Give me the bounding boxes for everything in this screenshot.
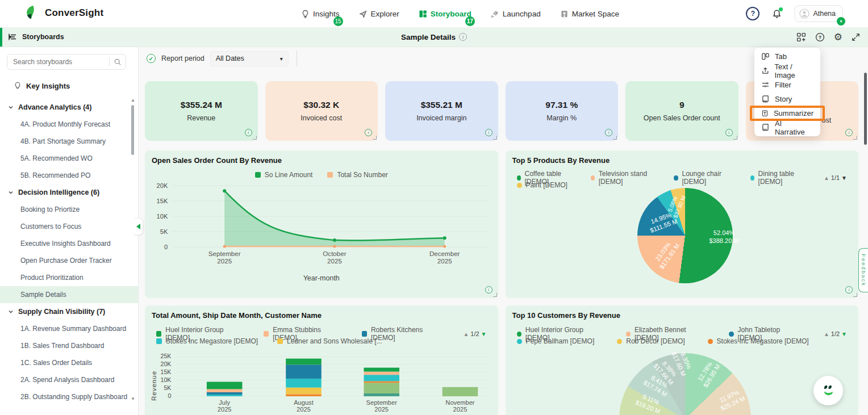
- athena-chat-bubble[interactable]: [813, 376, 843, 405]
- sidebar-item[interactable]: Executive Insights Dashboard: [0, 235, 138, 252]
- header-help-icon[interactable]: ?: [815, 32, 825, 42]
- sidebar-item[interactable]: 1C. Sales Order Details: [0, 354, 138, 371]
- kpi-label: Invoiced margin: [416, 114, 466, 122]
- report-period-select[interactable]: All Dates ▾: [210, 51, 289, 66]
- title-info-icon[interactable]: i: [459, 33, 467, 41]
- sidebar-scrollbar[interactable]: [131, 105, 134, 155]
- top10-customers-pie[interactable]: [619, 353, 751, 415]
- sidebar-group-advance-analytics[interactable]: Advance Analytics (4): [0, 99, 138, 116]
- sidebar-scroll-up-icon[interactable]: ▲: [131, 98, 135, 103]
- resize-corner[interactable]: [253, 136, 257, 140]
- page-up-icon[interactable]: ▲: [824, 331, 829, 337]
- page-up-icon[interactable]: ▲: [463, 331, 469, 337]
- kpi-invoiced-margin[interactable]: $355.21 M Invoiced margin i: [385, 81, 498, 141]
- nav-market-space[interactable]: Market Space: [560, 10, 619, 18]
- divider: [297, 51, 297, 66]
- menu-item-text-image[interactable]: Text / Image: [754, 64, 820, 78]
- sidebar-item[interactable]: Customers to Focus: [0, 218, 138, 235]
- legend-item[interactable]: Stokes Inc Megastore [DEMO]: [708, 337, 809, 345]
- kpi-invoiced-cost[interactable]: $30.32 K Invoiced cost i: [265, 81, 378, 141]
- menu-item-tab[interactable]: Tab: [754, 49, 820, 64]
- resize-corner[interactable]: [613, 136, 617, 140]
- legend-item[interactable]: Total So Number: [327, 171, 387, 179]
- svg-text:July2025: July2025: [218, 399, 232, 413]
- info-icon[interactable]: i: [245, 129, 252, 136]
- resize-corner[interactable]: [373, 136, 377, 140]
- storyboards-toggle[interactable]: Storyboards: [8, 27, 64, 47]
- kpi-revenue[interactable]: $355.24 M Revenue i: [145, 81, 258, 141]
- resize-corner[interactable]: [853, 293, 857, 297]
- sidebar-item[interactable]: 1B. Sales Trend Dashboard: [0, 337, 138, 354]
- page-up-icon[interactable]: ▲: [824, 175, 829, 181]
- sidebar-item-sample-details-selected[interactable]: Sample Details: [0, 286, 138, 303]
- legend-item[interactable]: Paint [DEMO]: [517, 181, 567, 189]
- search-icon[interactable]: [110, 58, 126, 65]
- resize-corner[interactable]: [733, 136, 737, 140]
- legend-swatch: [708, 339, 713, 344]
- menu-item-story[interactable]: Story: [754, 92, 820, 106]
- kpi-margin-pct[interactable]: 97.31 % Margin % i: [506, 81, 619, 141]
- info-icon[interactable]: i: [845, 129, 853, 136]
- sidebar-item[interactable]: Booking to Priortize: [0, 201, 138, 218]
- add-widget-icon[interactable]: [796, 32, 806, 42]
- resize-corner[interactable]: [853, 136, 857, 140]
- sidebar-item[interactable]: 2B. Outstanding Supply Dashboard: [0, 388, 138, 405]
- nav-launchpad[interactable]: Launchpad: [491, 10, 541, 18]
- sidebar-item[interactable]: Product Prioritization: [0, 269, 138, 286]
- key-insights-bulb-icon: [14, 82, 22, 90]
- sidebar-group-supply-chain-visibility[interactable]: Supply Chain Visibility (7): [0, 303, 138, 320]
- nav-insights[interactable]: Insights 15: [301, 10, 340, 18]
- sidebar-item[interactable]: 5B. Recommended PO: [0, 167, 138, 184]
- search-input[interactable]: [7, 58, 109, 66]
- info-icon[interactable]: i: [605, 129, 612, 136]
- kpi-open-sales-order-count[interactable]: 9 Open Sales Order count i: [625, 81, 738, 141]
- top5-products-pie[interactable]: [637, 188, 733, 283]
- sidebar-item[interactable]: 5A. Recommended WO: [0, 150, 138, 167]
- menu-item-summarizer[interactable]: Summarizer: [754, 106, 820, 120]
- info-icon[interactable]: i: [485, 286, 493, 294]
- info-icon[interactable]: i: [485, 129, 493, 136]
- charts-grid: Open Sales Order Count By Revenue So Lin…: [145, 150, 858, 415]
- expand-icon[interactable]: [852, 33, 860, 41]
- legend-item[interactable]: So Line Amount: [255, 171, 313, 179]
- feedback-tab[interactable]: Feedback: [858, 248, 868, 292]
- info-icon[interactable]: i: [845, 286, 853, 294]
- legend-pagination: ▲1/2▼: [463, 330, 486, 337]
- notifications-bell-icon[interactable]: [772, 9, 782, 19]
- resize-corner[interactable]: [493, 293, 497, 297]
- help-icon[interactable]: ?: [746, 7, 760, 20]
- svg-text:15K: 15K: [157, 198, 168, 204]
- legend-item[interactable]: Pepe Ballham [DEMO]: [517, 337, 595, 345]
- username: Athena: [813, 10, 836, 18]
- page-down-icon[interactable]: ▼: [841, 175, 847, 181]
- sidebar-item[interactable]: 4A. Product Monthly Forecast: [0, 116, 138, 133]
- resize-corner[interactable]: [493, 136, 497, 140]
- launchpad-rocket-icon: [491, 10, 499, 18]
- legend-item[interactable]: Ledner and Sons Wholesale [...: [277, 337, 382, 345]
- user-menu[interactable]: Athena ▾: [794, 5, 843, 22]
- menu-item-filter[interactable]: Filter: [754, 78, 820, 92]
- settings-gear-icon[interactable]: ⚙: [834, 32, 842, 42]
- sidebar-item[interactable]: 2A. Spend Analysis Dashboard: [0, 371, 138, 388]
- sidebar-item-key-insights[interactable]: Key Insights: [0, 76, 138, 95]
- filter-check-icon[interactable]: ✔: [147, 54, 156, 63]
- sidebar-item[interactable]: 1A. Revenue Summary Dashboard: [0, 320, 138, 337]
- info-icon[interactable]: i: [365, 129, 372, 136]
- menu-item-ai-narrative[interactable]: AI Narrative: [754, 120, 820, 135]
- legend-item[interactable]: Stokes Inc Megastore [DEMO]: [156, 337, 258, 345]
- conversight-logo[interactable]: ConverSight: [25, 5, 103, 20]
- kpi-value: $355.24 M: [181, 100, 222, 110]
- legend-item[interactable]: Rob Decor [DEMO]: [617, 337, 685, 345]
- sidebar-item[interactable]: Open Purchase Order Tracker: [0, 252, 138, 269]
- page-scrollbar[interactable]: [864, 73, 867, 145]
- sidebar-collapse-handle[interactable]: [134, 218, 143, 235]
- sidebar-scroll-down-icon[interactable]: ▼: [131, 396, 135, 401]
- info-icon[interactable]: i: [725, 129, 733, 136]
- page-down-icon[interactable]: ▼: [481, 331, 487, 337]
- sidebar-group-decision-intelligence[interactable]: Decision Intelligence (6): [0, 184, 138, 201]
- sidebar-item[interactable]: 4B. Part Shortage Summary: [0, 133, 138, 150]
- page-down-icon[interactable]: ▼: [841, 331, 847, 337]
- nav-explorer[interactable]: Explorer: [359, 10, 399, 18]
- nav-storyboard[interactable]: Storyboard 17: [419, 10, 471, 18]
- legend-swatch: [517, 339, 522, 344]
